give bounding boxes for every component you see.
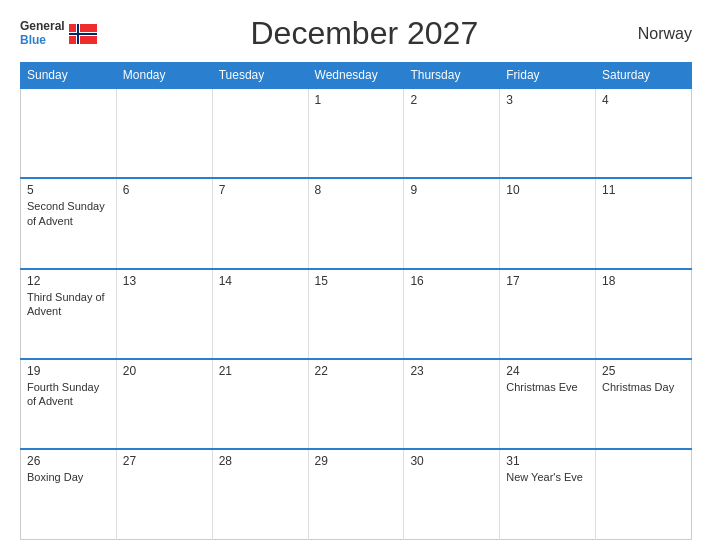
day-number: 15 [315,274,398,288]
day-number: 30 [410,454,493,468]
calendar-cell: 13 [116,269,212,359]
event-label: Third Sunday of Advent [27,291,105,317]
event-label: Christmas Day [602,381,674,393]
logo-flag-icon [69,24,97,44]
day-number: 23 [410,364,493,378]
calendar-cell: 24Christmas Eve [500,359,596,449]
day-number: 19 [27,364,110,378]
day-number: 21 [219,364,302,378]
day-number: 14 [219,274,302,288]
calendar-week-row: 1234 [21,88,692,178]
day-number: 13 [123,274,206,288]
day-number: 26 [27,454,110,468]
calendar-cell: 21 [212,359,308,449]
col-saturday: Saturday [596,63,692,89]
day-number: 25 [602,364,685,378]
calendar-cell: 23 [404,359,500,449]
calendar-cell [596,449,692,539]
logo-blue-text: Blue [20,34,65,47]
calendar-cell: 27 [116,449,212,539]
calendar-cell: 28 [212,449,308,539]
calendar-cell: 3 [500,88,596,178]
calendar-cell: 18 [596,269,692,359]
calendar-cell: 11 [596,178,692,268]
event-label: Second Sunday of Advent [27,200,105,226]
event-label: New Year's Eve [506,471,583,483]
calendar-cell: 20 [116,359,212,449]
calendar-week-row: 12Third Sunday of Advent131415161718 [21,269,692,359]
calendar-week-row: 26Boxing Day2728293031New Year's Eve [21,449,692,539]
col-tuesday: Tuesday [212,63,308,89]
logo-general-text: General [20,20,65,33]
logo: General Blue [20,20,97,46]
calendar-cell: 9 [404,178,500,268]
calendar-cell: 2 [404,88,500,178]
calendar-cell: 10 [500,178,596,268]
calendar-cell: 22 [308,359,404,449]
calendar-cell: 14 [212,269,308,359]
calendar-cell [212,88,308,178]
day-number: 29 [315,454,398,468]
day-number: 31 [506,454,589,468]
calendar-table: Sunday Monday Tuesday Wednesday Thursday… [20,62,692,540]
event-label: Boxing Day [27,471,83,483]
day-number: 4 [602,93,685,107]
day-number: 20 [123,364,206,378]
col-friday: Friday [500,63,596,89]
calendar-cell: 26Boxing Day [21,449,117,539]
event-label: Christmas Eve [506,381,578,393]
day-number: 2 [410,93,493,107]
calendar-cell: 16 [404,269,500,359]
calendar-cell: 17 [500,269,596,359]
header: General Blue December 2027 Norway [20,15,692,52]
day-number: 7 [219,183,302,197]
day-number: 24 [506,364,589,378]
col-sunday: Sunday [21,63,117,89]
day-number: 9 [410,183,493,197]
calendar-cell: 19Fourth Sunday of Advent [21,359,117,449]
event-label: Fourth Sunday of Advent [27,381,99,407]
day-number: 11 [602,183,685,197]
day-number: 28 [219,454,302,468]
page-title: December 2027 [97,15,632,52]
calendar-week-row: 19Fourth Sunday of Advent2021222324Chris… [21,359,692,449]
calendar-cell: 8 [308,178,404,268]
calendar-cell: 7 [212,178,308,268]
logo-text: General Blue [20,20,65,46]
calendar-cell: 1 [308,88,404,178]
calendar-cell: 29 [308,449,404,539]
calendar-cell: 15 [308,269,404,359]
page: General Blue December 2027 Norway Sunday… [0,0,712,550]
calendar-cell: 12Third Sunday of Advent [21,269,117,359]
day-number: 10 [506,183,589,197]
calendar-cell: 4 [596,88,692,178]
calendar-week-row: 5Second Sunday of Advent67891011 [21,178,692,268]
day-number: 22 [315,364,398,378]
calendar-cell: 31New Year's Eve [500,449,596,539]
calendar-cell [116,88,212,178]
day-number: 5 [27,183,110,197]
calendar-cell [21,88,117,178]
day-number: 16 [410,274,493,288]
country-label: Norway [632,25,692,43]
calendar-cell: 25Christmas Day [596,359,692,449]
svg-rect-4 [69,33,97,35]
day-number: 6 [123,183,206,197]
day-number: 27 [123,454,206,468]
col-thursday: Thursday [404,63,500,89]
day-number: 17 [506,274,589,288]
day-number: 12 [27,274,110,288]
day-number: 8 [315,183,398,197]
day-number: 1 [315,93,398,107]
calendar-cell: 5Second Sunday of Advent [21,178,117,268]
calendar-cell: 6 [116,178,212,268]
day-number: 3 [506,93,589,107]
col-monday: Monday [116,63,212,89]
calendar-cell: 30 [404,449,500,539]
col-wednesday: Wednesday [308,63,404,89]
calendar-header-row: Sunday Monday Tuesday Wednesday Thursday… [21,63,692,89]
day-number: 18 [602,274,685,288]
